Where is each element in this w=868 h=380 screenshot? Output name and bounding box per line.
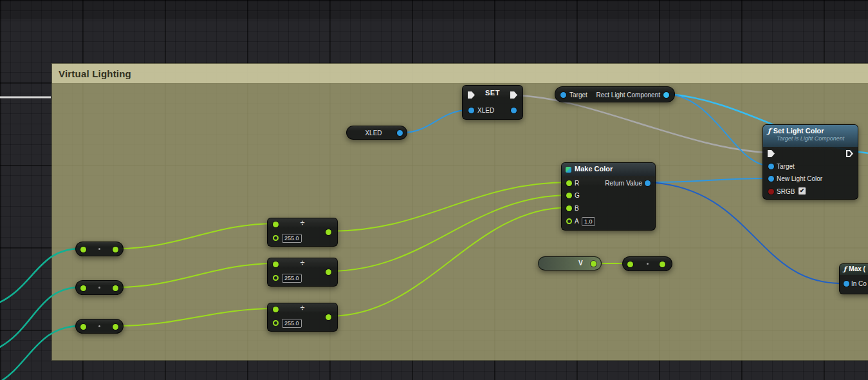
set-xled-node[interactable]: SET XLED: [462, 85, 523, 120]
input-pin[interactable]: [80, 247, 86, 252]
a-pin[interactable]: [566, 218, 572, 224]
r-pin[interactable]: [566, 180, 572, 186]
b-pin[interactable]: [566, 205, 572, 211]
output-pin[interactable]: [663, 92, 669, 98]
in-color-pin[interactable]: [844, 281, 849, 287]
output-pin[interactable]: [660, 261, 665, 267]
input-pin[interactable]: [80, 324, 86, 330]
exec-out-pin[interactable]: [846, 150, 853, 157]
dividend-pin[interactable]: [273, 307, 279, 312]
function-icon: ƒ: [768, 127, 771, 135]
dividend-pin[interactable]: [273, 222, 279, 227]
node-title: ƒSet Light Color: [763, 125, 858, 135]
reroute-node-3[interactable]: [75, 319, 124, 334]
b-pin-label: B: [575, 204, 579, 213]
make-color-title: Make Color: [575, 165, 613, 173]
g-pin[interactable]: [566, 193, 572, 198]
xled-pin-label: XLED: [477, 106, 494, 115]
max-node-header: ƒMax (: [840, 264, 868, 275]
comment-title: Virtual Lighting: [59, 68, 131, 79]
divide-node-3[interactable]: ÷ 255.0: [267, 303, 338, 332]
divisor-pin[interactable]: [273, 235, 279, 241]
srgb-label: SRGB: [777, 187, 795, 196]
max-title: Max (: [849, 265, 865, 272]
reroute-node-1[interactable]: [75, 242, 124, 256]
input-pin[interactable]: [627, 261, 633, 267]
r-pin-label: R: [575, 179, 579, 187]
target-pin-label: Target: [777, 162, 795, 171]
get-xled-node[interactable]: XLED: [346, 126, 407, 140]
target-input-pin[interactable]: [560, 92, 566, 98]
divide-node-2[interactable]: ÷ 255.0: [267, 258, 338, 287]
target-pin-label: Target: [569, 91, 587, 99]
node-dot-icon: [647, 263, 649, 265]
result-pin[interactable]: [326, 314, 331, 320]
new-light-color-pin[interactable]: [768, 176, 774, 182]
component-label: Rect Light Component: [596, 91, 660, 99]
variable-label: XLED: [347, 129, 400, 137]
xled-input-pin[interactable]: [468, 108, 474, 113]
result-pin[interactable]: [326, 229, 331, 235]
output-pin[interactable]: [397, 130, 403, 136]
in-color-pin-label: In Co: [851, 280, 867, 288]
divide-node-1[interactable]: ÷ 255.0: [267, 218, 338, 247]
output-pin[interactable]: [113, 324, 118, 330]
srgb-pin[interactable]: [768, 189, 774, 195]
rect-light-component-node[interactable]: Target Rect Light Component: [555, 86, 675, 102]
comment-body: [52, 83, 868, 360]
make-color-header: Make Color: [562, 163, 655, 176]
g-pin-label: G: [575, 191, 580, 200]
new-light-color-label: New Light Color: [777, 175, 822, 183]
divisor-pin[interactable]: [273, 320, 279, 326]
top-shade: [0, 0, 868, 19]
struct-color-icon: [566, 167, 571, 173]
output-pin[interactable]: [113, 285, 118, 291]
a-value-field[interactable]: 1.0: [582, 217, 595, 226]
exec-in-pin[interactable]: [768, 150, 775, 157]
node-dot-icon: [98, 325, 100, 327]
srgb-checkbox[interactable]: ✔: [798, 187, 806, 195]
output-pin[interactable]: [591, 261, 596, 267]
blueprint-graph-canvas[interactable]: Virtual Lighting: [0, 0, 868, 380]
node-subtitle: Target is Light Component: [763, 135, 858, 142]
node-title: ƒMax (: [840, 264, 868, 272]
return-value-label: Return Value: [605, 179, 642, 187]
target-pin[interactable]: [768, 164, 774, 169]
set-light-color-title: Set Light Color: [773, 127, 824, 135]
node-dot-icon: [98, 287, 100, 289]
variable-label: V: [578, 260, 583, 267]
max-node[interactable]: ƒMax ( In Co: [839, 263, 868, 294]
xled-output-pin[interactable]: [511, 108, 517, 113]
divisor-pin[interactable]: [273, 275, 279, 281]
set-light-color-header: ƒSet Light Color Target is Light Compone…: [763, 125, 858, 147]
dividend-pin[interactable]: [273, 261, 279, 267]
make-color-node[interactable]: Make Color R Return Value G B A 1.0: [561, 162, 656, 231]
a-pin-label: A: [575, 217, 579, 225]
output-pin[interactable]: [113, 247, 118, 252]
set-light-color-node[interactable]: ƒSet Light Color Target is Light Compone…: [762, 124, 858, 200]
input-pin[interactable]: [80, 285, 86, 291]
divisor-value-field[interactable]: 255.0: [282, 319, 302, 328]
node-dot-icon: [98, 248, 100, 250]
get-v-node[interactable]: V: [538, 256, 602, 271]
result-pin[interactable]: [326, 269, 331, 275]
divisor-value-field[interactable]: 255.0: [282, 234, 302, 243]
return-value-pin[interactable]: [645, 180, 651, 186]
function-icon: ƒ: [844, 265, 846, 272]
comment-box-virtual-lighting[interactable]: Virtual Lighting: [51, 63, 868, 361]
comment-header[interactable]: Virtual Lighting: [52, 64, 868, 83]
reroute-node-4[interactable]: [622, 256, 672, 271]
divisor-value-field[interactable]: 255.0: [282, 274, 302, 283]
reroute-node-2[interactable]: [75, 280, 124, 295]
